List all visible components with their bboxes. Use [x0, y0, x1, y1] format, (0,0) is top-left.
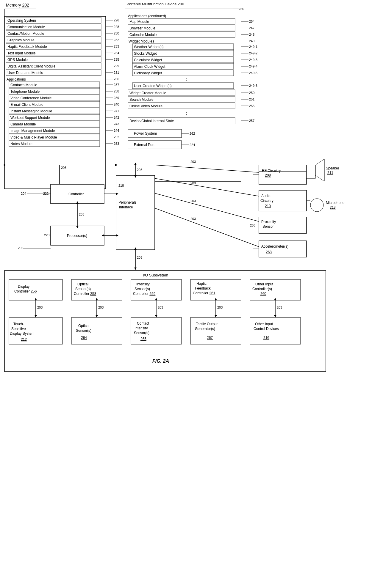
svg-text:Sensor(s): Sensor(s)	[135, 287, 150, 291]
svg-line-206	[155, 178, 259, 196]
svg-text:Circuitry: Circuitry	[260, 199, 273, 203]
svg-text:Sensor(s): Sensor(s)	[75, 287, 91, 291]
svg-text:⋮: ⋮	[184, 112, 189, 117]
svg-rect-92	[128, 25, 235, 31]
svg-text:Other Input: Other Input	[255, 282, 273, 286]
svg-marker-197	[134, 175, 137, 178]
svg-rect-225	[9, 279, 62, 300]
svg-marker-202	[3, 164, 5, 166]
svg-text:Sensitive: Sensitive	[11, 327, 26, 331]
svg-rect-145	[128, 129, 182, 138]
svg-text:222: 222	[43, 192, 49, 195]
svg-rect-43	[9, 82, 100, 88]
svg-text:Control Devices: Control Devices	[254, 327, 279, 331]
svg-text:247: 247	[249, 26, 254, 30]
svg-text:Contacts Module: Contacts Module	[10, 83, 37, 87]
diagram-svg: Memory 202 Operating System 226 Communic…	[0, 0, 369, 588]
svg-marker-194	[116, 193, 118, 195]
svg-text:Other Input: Other Input	[255, 322, 273, 326]
svg-rect-0	[4, 16, 106, 189]
svg-marker-246	[35, 315, 37, 317]
svg-rect-51	[9, 95, 100, 101]
svg-text:203: 203	[277, 306, 282, 309]
svg-rect-149	[128, 141, 182, 149]
svg-rect-4	[6, 17, 101, 23]
svg-text:Communication Module: Communication Module	[7, 25, 45, 29]
svg-text:252: 252	[114, 135, 119, 139]
svg-text:228: 228	[114, 25, 119, 29]
svg-text:260: 260	[260, 292, 266, 296]
svg-text:Widget Creator Module: Widget Creator Module	[129, 91, 166, 95]
svg-text:238: 238	[114, 89, 119, 93]
svg-text:208: 208	[265, 173, 271, 177]
svg-text:Calendar Module: Calendar Module	[129, 33, 157, 37]
svg-rect-236	[190, 279, 241, 300]
svg-rect-55	[9, 101, 100, 107]
svg-text:251: 251	[249, 98, 254, 101]
svg-rect-67	[9, 121, 100, 127]
svg-text:203: 203	[137, 168, 142, 172]
svg-text:Instant Messaging Module: Instant Messaging Module	[10, 109, 52, 113]
svg-text:Portable Multifunction Device : Portable Multifunction Device 200	[126, 2, 184, 6]
svg-text:249-3: 249-3	[249, 58, 257, 62]
diagram-container: Memory 202 Operating System 226 Communic…	[0, 0, 369, 588]
svg-marker-158	[315, 159, 324, 181]
svg-text:Haptic: Haptic	[196, 282, 207, 286]
svg-text:Processor(s): Processor(s)	[67, 234, 87, 238]
svg-text:257: 257	[249, 119, 254, 122]
svg-rect-223	[4, 271, 326, 372]
svg-text:210: 210	[265, 204, 271, 208]
svg-text:Intensity: Intensity	[135, 326, 148, 330]
svg-rect-47	[9, 88, 100, 94]
svg-text:FIG. 2A: FIG. 2A	[152, 359, 169, 364]
svg-text:Map Module: Map Module	[129, 20, 149, 24]
svg-text:213: 213	[330, 205, 336, 210]
svg-text:267: 267	[207, 336, 213, 340]
svg-rect-59	[9, 108, 100, 114]
svg-rect-83	[125, 9, 241, 181]
svg-rect-88	[128, 18, 235, 24]
svg-text:203: 203	[190, 217, 196, 221]
svg-marker-258	[215, 315, 217, 317]
svg-rect-162	[259, 190, 307, 211]
svg-marker-254	[155, 315, 157, 317]
svg-rect-170	[259, 217, 307, 233]
svg-rect-278	[190, 317, 241, 344]
svg-text:Tactile Output: Tactile Output	[196, 322, 218, 326]
svg-text:203: 203	[190, 199, 196, 203]
svg-text:232: 232	[114, 38, 119, 42]
svg-text:255: 255	[249, 104, 254, 108]
svg-text:Feedback: Feedback	[195, 286, 211, 290]
svg-rect-63	[9, 114, 100, 120]
svg-rect-264	[9, 317, 62, 344]
svg-text:Sensor: Sensor	[262, 224, 274, 229]
svg-text:Image Management Module: Image Management Module	[10, 129, 55, 133]
svg-text:Search Module: Search Module	[129, 98, 154, 102]
svg-text:Optical: Optical	[77, 282, 88, 286]
svg-text:Audio: Audio	[261, 194, 271, 198]
svg-text:Weather Widget(s): Weather Widget(s)	[134, 45, 164, 49]
svg-marker-249	[96, 298, 98, 300]
svg-text:Sensor(s): Sensor(s)	[134, 331, 149, 335]
svg-text:Controller(s): Controller(s)	[252, 287, 272, 291]
svg-text:Contact/Motion Module: Contact/Motion Module	[7, 32, 44, 36]
svg-rect-96	[128, 32, 235, 37]
svg-rect-12	[6, 30, 101, 36]
svg-rect-183	[51, 184, 104, 204]
svg-marker-253	[155, 298, 157, 300]
svg-rect-103	[132, 44, 234, 50]
svg-text:GPS Module: GPS Module	[7, 58, 28, 62]
svg-text:Operating System: Operating System	[7, 18, 36, 23]
svg-text:I/O Subsystem: I/O Subsystem	[143, 273, 168, 277]
svg-text:264: 264	[81, 336, 87, 340]
svg-text:Notes Module: Notes Module	[10, 142, 32, 146]
svg-rect-119	[132, 70, 234, 76]
svg-rect-8	[6, 24, 101, 30]
svg-text:254: 254	[249, 20, 254, 23]
svg-text:RF Circuitry: RF Circuitry	[262, 169, 281, 173]
svg-text:249: 249	[249, 39, 254, 43]
svg-text:Device/Global Internal State: Device/Global Internal State	[129, 119, 174, 123]
svg-text:203: 203	[158, 306, 163, 309]
svg-text:203: 203	[217, 306, 223, 309]
svg-text:226: 226	[114, 18, 119, 22]
